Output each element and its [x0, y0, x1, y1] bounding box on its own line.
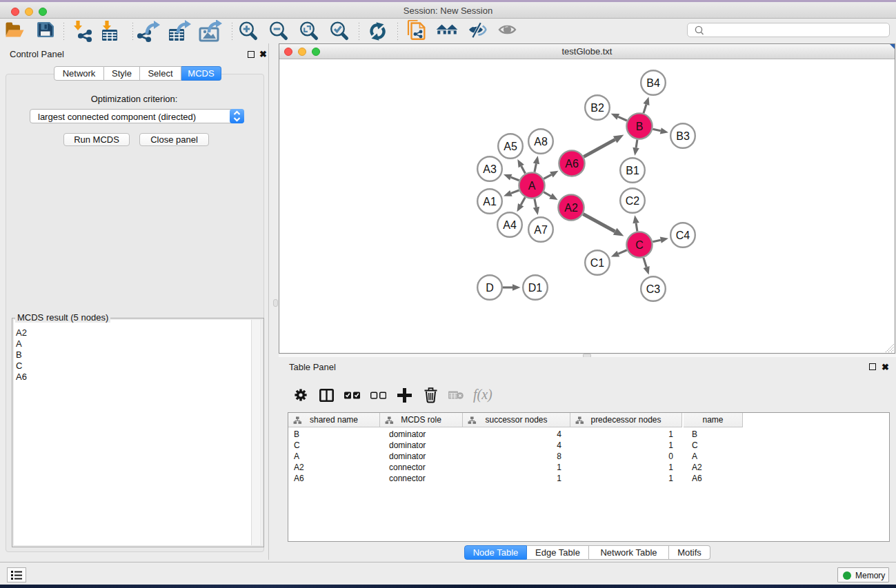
svg-text:C3: C3	[646, 283, 661, 295]
svg-text:B3: B3	[676, 130, 690, 142]
svg-text:C2: C2	[626, 195, 640, 207]
svg-text:B1: B1	[626, 165, 639, 176]
svg-text:f(x): f(x)	[473, 387, 492, 403]
svg-text:A7: A7	[534, 224, 548, 236]
svg-text:A3: A3	[483, 163, 497, 175]
svg-text:D: D	[486, 282, 494, 294]
svg-text:A4: A4	[503, 219, 517, 231]
svg-text:C: C	[635, 239, 644, 251]
svg-text:A: A	[528, 180, 536, 192]
svg-text:B2: B2	[590, 102, 604, 114]
svg-text:C1: C1	[590, 257, 605, 269]
svg-text:B4: B4	[646, 77, 660, 89]
svg-text:A8: A8	[534, 136, 548, 148]
svg-text:A5: A5	[504, 141, 517, 152]
svg-text:C4: C4	[676, 230, 690, 241]
svg-text:A1: A1	[483, 196, 497, 207]
svg-text:A2: A2	[564, 202, 578, 214]
svg-text:B: B	[636, 121, 644, 132]
svg-text:D1: D1	[528, 282, 543, 294]
svg-text:A6: A6	[565, 158, 579, 170]
